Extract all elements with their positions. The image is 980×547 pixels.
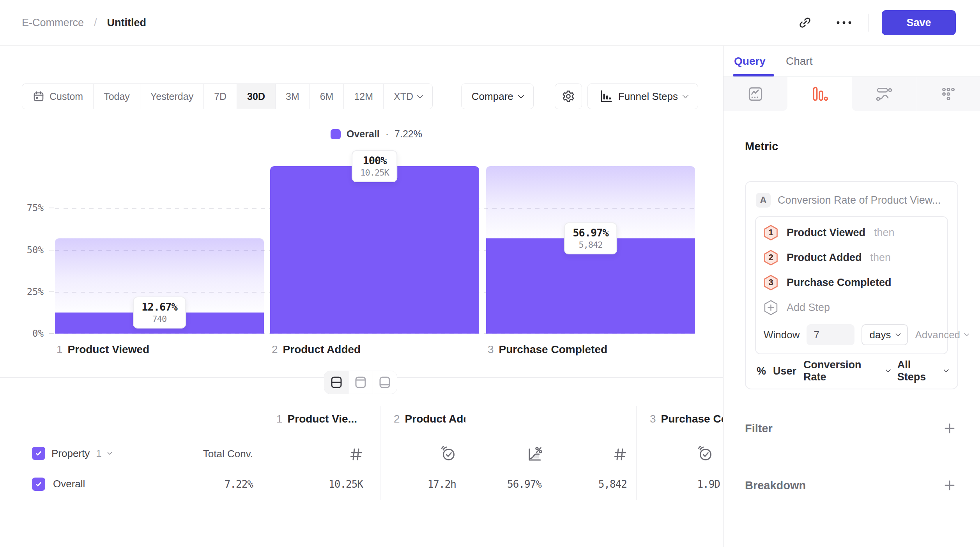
tab-insights[interactable] [724,77,787,111]
breadcrumb: E-Commerce / Untitled [22,17,146,29]
chevron-down-icon [964,331,969,336]
measure-type-dropdown[interactable]: Conversion Rate [803,359,890,383]
date-range-label: Custom [50,91,83,102]
tab-query[interactable]: Query [734,55,766,67]
metric-card: A Conversion Rate of Product View... 1 P… [745,181,958,389]
time-to-convert-icon[interactable] [440,444,458,463]
breakdown-section: Breakdown [745,477,958,494]
metric-name-row[interactable]: A Conversion Rate of Product View... [755,190,948,208]
conversion-count: 10.25K [360,168,389,178]
conversion-rate-chart-icon[interactable] [525,444,543,463]
hash-icon[interactable] [611,445,628,463]
save-button[interactable]: Save [882,10,956,35]
view-toggle-chart-only[interactable] [348,371,373,394]
table-row-overall[interactable]: Overall 7.22% [22,468,263,500]
legend-value: 7.22% [394,128,422,140]
view-toggle-table-only[interactable] [373,371,397,394]
date-range-12m[interactable]: 12M [344,84,384,109]
step-name: Product Vie... [288,413,357,425]
date-range-today[interactable]: Today [94,84,140,109]
chart-settings-button[interactable] [555,83,582,109]
calendar-icon [32,90,45,103]
date-range-xtd[interactable]: XTD [384,84,432,109]
measure-type-label: Conversion Rate [803,359,881,383]
date-range-6m[interactable]: 6M [310,84,344,109]
results-table: Property 1 Total Conv. 1Product Vie... 2… [22,406,723,500]
breadcrumb-parent[interactable]: E-Commerce [22,17,84,29]
tab-grid[interactable] [916,77,980,111]
date-range-custom[interactable]: Custom [22,84,94,109]
funnel-bar-step-3[interactable]: 12.67% 740 [55,166,264,334]
measure-scope-dropdown[interactable]: All Steps [897,359,948,383]
property-label: Property [51,448,90,460]
add-step-row[interactable]: Add Step [764,295,939,320]
date-range-yesterday[interactable]: Yesterday [140,84,204,109]
measure-scope-label: All Steps [897,359,939,383]
header-divider [868,14,869,32]
step-number: 2 [394,413,400,425]
legend-swatch [331,129,341,139]
step-number: 3 [488,343,494,356]
chart-type-dropdown[interactable]: Funnel Steps [587,83,698,109]
measure-entity[interactable]: User [773,365,796,377]
query-panel: Query Chart [723,46,980,547]
funnel-bar-step-2[interactable]: 56.97% 5,842 [486,166,695,334]
query-step-2[interactable]: 2 Product Added then [764,245,939,270]
active-tab-underline [733,74,774,76]
y-axis: 75% 50% 25% 0% [0,166,44,334]
header-actions: Save [792,10,956,35]
query-step-3[interactable]: 3 Purchase Completed [764,270,939,295]
tab-flows[interactable] [852,77,916,111]
row-checkbox[interactable] [32,478,45,491]
page-title[interactable]: Untitled [107,17,147,29]
window-unit-dropdown[interactable]: days [861,324,908,345]
step-event-name: Product Viewed [787,227,865,239]
table-cell-step3-time: 1.9D [636,468,723,500]
window-value-input[interactable] [807,324,854,345]
more-menu-button[interactable] [831,10,856,35]
row-name: Overall [53,478,85,490]
advanced-dropdown[interactable]: Advanced [915,329,969,341]
date-range-30d[interactable]: 30D [237,84,276,109]
view-toggle-split[interactable] [324,371,348,394]
measurement-row: % User Conversion Rate All Steps [755,361,948,381]
date-range-7d[interactable]: 7D [204,84,237,109]
step-name: Product Added [283,343,361,356]
chevron-down-icon [518,92,524,98]
step-event-name: Product Added [787,252,862,264]
date-range-label: 6M [320,91,334,102]
date-range-label: XTD [394,91,413,102]
share-link-button[interactable] [792,10,817,35]
funnel-icon [810,85,828,103]
legend-series: Overall [347,128,380,140]
step-number: 1 [276,413,283,425]
query-step-1[interactable]: 1 Product Viewed then [764,220,939,245]
property-selector[interactable]: Property 1 [32,447,111,460]
total-conv-value: 7.22% [225,478,253,490]
breakdown-label: Breakdown [745,479,806,492]
y-tick-label: 75% [27,202,44,213]
funnel-bar-step-1[interactable]: 100% 10.25K [270,166,479,334]
filter-label: Filter [745,422,773,435]
chevron-down-icon [417,92,423,98]
property-number: 1 [96,448,101,460]
compare-button[interactable]: Compare [461,83,534,109]
tab-funnel[interactable] [787,77,851,111]
date-range-3m[interactable]: 3M [276,84,310,109]
add-filter-button[interactable] [941,420,958,437]
select-all-checkbox[interactable] [32,447,45,460]
table-header-step-3: 3Purchase Completed [636,406,723,468]
y-tick-label: 0% [32,328,44,339]
tab-chart[interactable]: Chart [786,55,812,67]
metric-letter-badge: A [756,193,771,208]
date-range-label: 3M [286,91,299,102]
report-area: Custom Today Yesterday 7D 30D 3M 6M 12M … [0,46,723,547]
hash-icon[interactable] [347,445,364,463]
legend-separator: · [386,128,389,140]
insights-icon [746,85,764,103]
time-to-convert-icon[interactable] [697,444,715,463]
flows-icon [875,85,893,103]
chevron-down-icon [895,331,901,336]
add-breakdown-button[interactable] [941,477,958,494]
axis-tick [49,291,54,292]
